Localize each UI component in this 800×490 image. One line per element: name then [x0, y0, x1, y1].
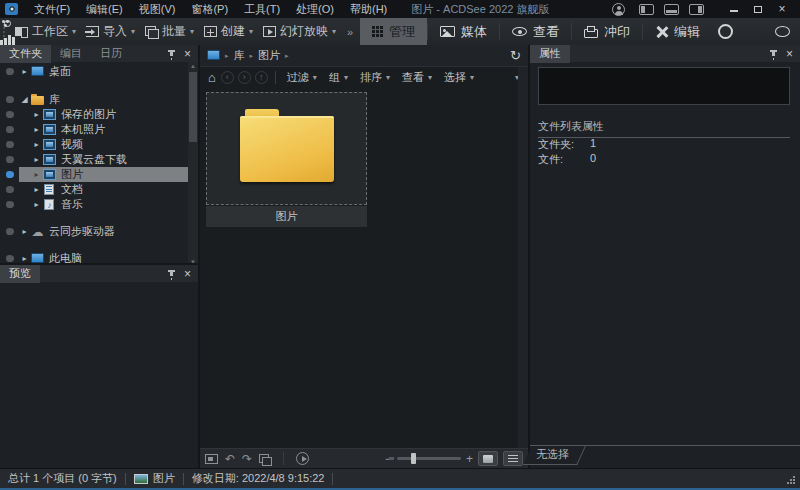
tree-item-cloud-downloads[interactable]: ▸ ↓ 天翼云盘下载 — [0, 152, 188, 167]
select-button[interactable]: 选择▾ — [438, 70, 480, 85]
view-button[interactable]: 查看▾ — [396, 70, 438, 85]
file-list-area[interactable]: 图片 — [200, 88, 518, 448]
account-icon[interactable] — [612, 3, 625, 16]
tab-folders[interactable]: 文件夹 — [0, 45, 51, 63]
refresh-icon[interactable]: ↻ — [510, 48, 521, 63]
sort-button[interactable]: 排序▾ — [354, 70, 396, 85]
tab-edit[interactable]: 编辑 — [643, 18, 712, 45]
menu-edit[interactable]: 编辑(E) — [78, 1, 131, 18]
import-button[interactable]: 导入 ▾ — [81, 21, 140, 43]
quick-select-marker[interactable] — [6, 228, 14, 235]
menu-view[interactable]: 视图(V) — [131, 1, 184, 18]
tab-view[interactable]: 查看 — [500, 18, 571, 45]
slideshow-button[interactable]: 幻灯放映 ▾ — [258, 21, 341, 43]
file-list-scrollbar[interactable] — [518, 67, 528, 448]
tab-media[interactable]: 媒体 — [428, 18, 499, 45]
tree-item-music[interactable]: ▸ ♪ 音乐 — [0, 197, 188, 212]
thumbnail-view-button[interactable] — [478, 451, 498, 466]
tree-item-local-photos[interactable]: ▸ 本机照片 — [0, 122, 188, 137]
thumbnail-size-slider[interactable] — [397, 457, 461, 460]
no-selection-tab[interactable]: 无选择 — [523, 446, 586, 465]
pin-icon[interactable] — [168, 269, 175, 279]
home-icon[interactable]: ⌂ — [205, 70, 219, 85]
expand-icon[interactable]: ▸ — [31, 155, 42, 164]
share-export-icon[interactable] — [205, 454, 218, 464]
quick-select-marker[interactable] — [6, 201, 14, 208]
resize-grip[interactable] — [787, 476, 796, 485]
menu-tools[interactable]: 工具(T) — [236, 1, 288, 18]
batch-button[interactable]: 批量 ▾ — [140, 21, 199, 43]
tab-print[interactable]: 冲印 — [572, 18, 642, 45]
toggle-left-pane-icon[interactable] — [639, 4, 654, 15]
back-button[interactable]: ‹ — [221, 71, 234, 84]
quick-select-marker[interactable] — [6, 255, 14, 262]
scrollbar-thumb[interactable] — [189, 72, 197, 142]
up-button[interactable]: ↑ — [255, 71, 268, 84]
pin-icon[interactable] — [168, 49, 175, 59]
tab-catalog[interactable]: 编目 — [51, 45, 91, 63]
scroll-up-icon[interactable]: ▲ — [188, 63, 198, 69]
quick-select-marker[interactable] — [6, 186, 14, 193]
create-button[interactable]: 创建 ▾ — [199, 21, 258, 43]
slider-thumb[interactable] — [411, 453, 416, 464]
tab-manage[interactable]: 管理 — [360, 18, 427, 45]
expand-icon[interactable]: ▸ — [31, 140, 42, 149]
filter-button[interactable]: 过滤▾ — [281, 70, 323, 85]
tree-item-desktop[interactable]: ▸ 桌面 — [0, 64, 188, 79]
expand-icon[interactable]: ▸ — [19, 227, 30, 236]
quick-select-marker[interactable] — [6, 126, 14, 133]
maximize-button[interactable] — [748, 2, 768, 16]
expand-icon[interactable]: ▸ — [31, 110, 42, 119]
forward-button[interactable]: › — [238, 71, 251, 84]
quick-select-marker[interactable] — [6, 141, 14, 148]
folder-thumbnail[interactable] — [206, 92, 367, 205]
menu-pane[interactable]: 窗格(P) — [183, 1, 236, 18]
tab-calendar[interactable]: 日历 — [91, 45, 131, 63]
quick-select-marker[interactable] — [6, 156, 14, 163]
toggle-right-pane-icon[interactable] — [689, 4, 704, 15]
tree-item-pictures[interactable]: ▸ 图片 — [0, 167, 188, 182]
tree-item-library[interactable]: ◢ 库 — [0, 92, 188, 107]
film-reel-icon[interactable] — [718, 24, 733, 39]
detail-view-button[interactable] — [503, 451, 523, 466]
quick-select-marker-active[interactable] — [6, 171, 14, 178]
close-icon[interactable]: × — [184, 268, 191, 280]
close-icon[interactable]: × — [184, 48, 191, 60]
expand-icon[interactable]: ▸ — [19, 67, 30, 76]
expand-icon[interactable]: ▸ — [31, 185, 42, 194]
close-button[interactable]: × — [772, 2, 792, 16]
preview-play-icon[interactable] — [296, 452, 309, 465]
tree-scrollbar[interactable]: ▲ ▼ — [188, 62, 198, 266]
expand-icon[interactable]: ▸ — [31, 125, 42, 134]
tree-item-documents[interactable]: ▸ 文档 — [0, 182, 188, 197]
expand-icon[interactable]: ▸ — [19, 254, 30, 263]
computer-icon[interactable] — [207, 50, 220, 61]
copy-icon[interactable] — [259, 454, 271, 464]
minimize-button[interactable] — [724, 2, 744, 16]
redo-icon[interactable]: ↷ — [242, 453, 252, 465]
breadcrumb-pictures[interactable]: 图片 — [258, 48, 280, 63]
menu-process[interactable]: 处理(O) — [288, 1, 342, 18]
quick-select-marker[interactable] — [6, 111, 14, 118]
tab-preview[interactable]: 预览 — [0, 265, 40, 283]
undo-icon[interactable]: ↶ — [225, 453, 235, 465]
collapse-icon[interactable]: ◢ — [19, 95, 30, 104]
quick-select-marker[interactable] — [6, 68, 14, 75]
close-icon[interactable]: × — [786, 48, 793, 60]
tab-properties[interactable]: 属性 — [530, 45, 570, 63]
tree-item-videos[interactable]: ▸ ▸ 视频 — [0, 137, 188, 152]
workspace-button[interactable]: 工作区 ▾ — [10, 21, 81, 43]
folder-tile-pictures[interactable]: 图片 — [206, 92, 367, 227]
dashboard-chart-icon[interactable] — [747, 25, 761, 38]
expand-icon[interactable]: ▸ — [31, 200, 42, 209]
tree-item-cloud-sync-drives[interactable]: ▸ ☁ 云同步驱动器 — [0, 224, 188, 239]
menu-file[interactable]: 文件(F) — [26, 1, 78, 18]
tree-item-saved-pictures[interactable]: ▸ 保存的图片 — [0, 107, 188, 122]
auto-advance-eye-icon[interactable] — [775, 26, 790, 37]
toggle-bottom-pane-icon[interactable] — [664, 4, 679, 15]
expand-icon[interactable]: ▸ — [31, 170, 42, 179]
pin-icon[interactable] — [770, 49, 777, 59]
menu-help[interactable]: 帮助(H) — [342, 1, 395, 18]
quick-select-marker[interactable] — [6, 96, 14, 103]
breadcrumb-library[interactable]: 库 — [234, 48, 245, 63]
